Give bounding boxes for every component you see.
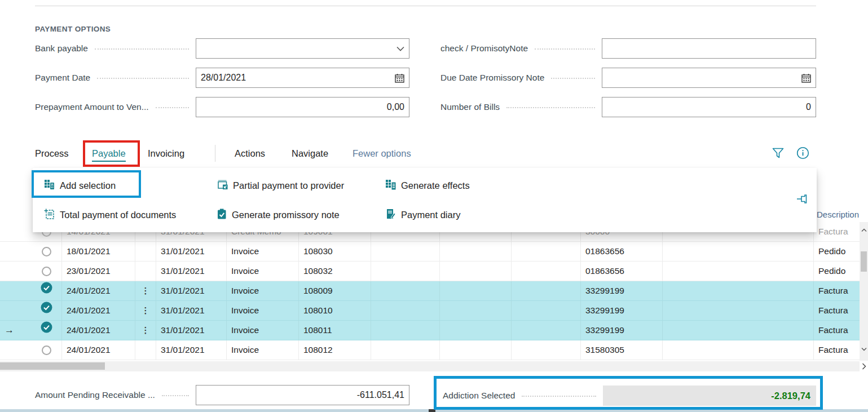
- table-row[interactable]: 24/01/2021 31/01/2021 Invoice 108009 332…: [0, 281, 860, 301]
- number-of-bills-input[interactable]: [607, 102, 811, 112]
- empty-cell[interactable]: [512, 340, 581, 360]
- empty-cell[interactable]: [663, 340, 814, 360]
- empty-cell[interactable]: [371, 262, 440, 281]
- prepayment-amount-field[interactable]: [196, 97, 409, 117]
- scroll-up-icon[interactable]: [861, 228, 867, 232]
- doc-type-cell[interactable]: Invoice: [227, 340, 299, 360]
- row-checked-icon[interactable]: [41, 281, 52, 300]
- empty-cell[interactable]: [440, 301, 512, 320]
- description-cell[interactable]: Pedido: [814, 242, 860, 261]
- menu-action-generate-promissory-note[interactable]: Generate promissory note: [217, 209, 340, 221]
- due-date-cell[interactable]: 31/01/2021: [156, 281, 227, 300]
- doc-type-cell[interactable]: Invoice: [227, 262, 299, 281]
- empty-cell[interactable]: [440, 281, 512, 300]
- empty-cell[interactable]: [512, 242, 581, 261]
- pin-icon[interactable]: [796, 193, 809, 207]
- menu-action-total-payment[interactable]: Total payment of documents: [44, 209, 176, 221]
- payment-date-input[interactable]: [201, 73, 391, 83]
- menu-item-invoicing[interactable]: Invoicing: [148, 148, 184, 159]
- menu-item-fewer-options[interactable]: Fewer options: [353, 148, 411, 159]
- table-row[interactable]: 23/01/2021 31/01/2021 Invoice 108032 018…: [0, 262, 860, 281]
- empty-cell[interactable]: [663, 262, 814, 281]
- description-cell[interactable]: Factura: [814, 340, 860, 360]
- description-cell[interactable]: Factura: [814, 222, 860, 241]
- doc-no-cell[interactable]: 108012: [299, 340, 371, 360]
- row-select-cell[interactable]: [31, 242, 62, 261]
- horizontal-scrollbar[interactable]: [0, 361, 860, 371]
- doc-no-cell[interactable]: 108030: [299, 242, 371, 261]
- row-select-cell[interactable]: [31, 301, 62, 320]
- due-date-cell[interactable]: 31/01/2021: [156, 301, 227, 320]
- description-cell[interactable]: Factura: [814, 321, 860, 340]
- doc-type-cell[interactable]: Invoice: [227, 242, 299, 261]
- row-select-cell[interactable]: [31, 262, 62, 281]
- empty-cell[interactable]: [663, 301, 814, 320]
- doc-type-cell[interactable]: Invoice: [227, 281, 299, 300]
- bank-payable-input[interactable]: [201, 43, 393, 54]
- menu-item-actions[interactable]: Actions: [235, 148, 265, 159]
- empty-cell[interactable]: [371, 321, 440, 340]
- empty-cell[interactable]: [371, 242, 440, 261]
- row-options-icon[interactable]: [135, 281, 156, 300]
- doc-type-cell[interactable]: Invoice: [227, 321, 299, 340]
- empty-cell[interactable]: [512, 262, 581, 281]
- empty-cell[interactable]: [440, 340, 512, 360]
- doc-no-cell[interactable]: 108010: [299, 301, 371, 320]
- empty-cell[interactable]: [440, 262, 512, 281]
- due-date-cell[interactable]: 31/01/2021: [156, 262, 227, 281]
- posting-date-cell[interactable]: 24/01/2021: [62, 321, 135, 340]
- due-date-cell[interactable]: 31/01/2021: [156, 340, 227, 360]
- amount-pending-input[interactable]: [201, 390, 404, 400]
- vertical-scrollbar[interactable]: [860, 222, 868, 361]
- due-date-cell[interactable]: 31/01/2021: [156, 242, 227, 261]
- bank-payable-field[interactable]: [196, 38, 409, 59]
- empty-cell[interactable]: [440, 242, 512, 261]
- row-select-cell[interactable]: [31, 321, 62, 340]
- scroll-right-icon[interactable]: [862, 363, 866, 370]
- row-radio-unchecked[interactable]: [42, 345, 51, 355]
- calendar-icon[interactable]: [801, 73, 811, 83]
- row-options-cell[interactable]: [135, 262, 156, 281]
- vendor-no-cell[interactable]: 33299199: [581, 301, 663, 320]
- table-row[interactable]: 24/01/2021 31/01/2021 Invoice 108012 315…: [0, 340, 860, 360]
- row-radio-unchecked[interactable]: [42, 247, 51, 256]
- number-of-bills-field[interactable]: [602, 97, 816, 117]
- scroll-down-icon[interactable]: [861, 347, 867, 351]
- info-icon[interactable]: [796, 147, 809, 162]
- table-row[interactable]: 24/01/2021 31/01/2021 Invoice 108011 332…: [0, 321, 860, 340]
- empty-cell[interactable]: [371, 340, 440, 360]
- doc-no-cell[interactable]: 108009: [299, 281, 371, 300]
- row-radio-unchecked[interactable]: [42, 267, 51, 276]
- payment-date-field[interactable]: [196, 68, 409, 88]
- row-checked-icon[interactable]: [41, 301, 52, 320]
- vendor-no-cell[interactable]: 01863656: [581, 262, 663, 281]
- empty-cell[interactable]: [663, 321, 814, 340]
- empty-cell[interactable]: [371, 281, 440, 300]
- menu-item-payable[interactable]: Payable: [92, 148, 126, 162]
- menu-item-process[interactable]: Process: [35, 148, 69, 159]
- vendor-no-cell[interactable]: 31580305: [581, 340, 663, 360]
- vendor-no-cell[interactable]: 01863656: [581, 242, 663, 261]
- empty-cell[interactable]: [663, 281, 814, 300]
- description-cell[interactable]: Factura: [814, 301, 860, 320]
- empty-cell[interactable]: [512, 301, 581, 320]
- doc-no-cell[interactable]: 108011: [299, 321, 371, 340]
- menu-action-generate-effects[interactable]: Generate effects: [385, 179, 470, 192]
- row-options-cell[interactable]: [135, 242, 156, 261]
- due-date-promissory-field[interactable]: [602, 68, 816, 88]
- empty-cell[interactable]: [512, 321, 581, 340]
- menu-action-payment-diary[interactable]: Payment diary: [385, 209, 460, 221]
- empty-cell[interactable]: [663, 242, 814, 261]
- amount-pending-field[interactable]: [196, 385, 409, 405]
- doc-type-cell[interactable]: Invoice: [227, 301, 299, 320]
- row-options-icon[interactable]: [135, 301, 156, 320]
- horizontal-scrollbar-thumb[interactable]: [0, 362, 105, 370]
- check-promissory-field[interactable]: [602, 38, 816, 59]
- filter-icon[interactable]: [772, 147, 785, 162]
- menu-action-add-selection[interactable]: Add selection: [44, 179, 116, 192]
- due-date-promissory-input[interactable]: [607, 73, 798, 83]
- empty-cell[interactable]: [440, 321, 512, 340]
- posting-date-cell[interactable]: 23/01/2021: [62, 262, 135, 281]
- empty-cell[interactable]: [512, 281, 581, 300]
- row-select-cell[interactable]: [31, 281, 62, 300]
